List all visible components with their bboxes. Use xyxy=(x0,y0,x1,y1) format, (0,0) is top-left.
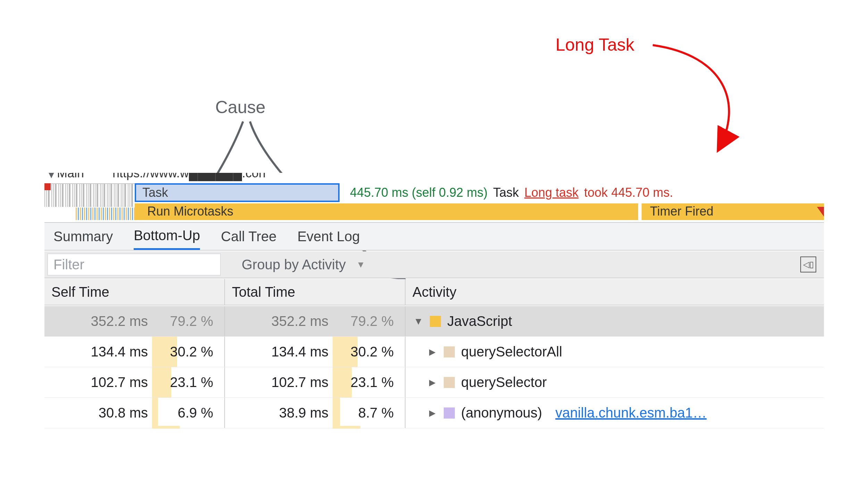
header-activity[interactable]: Activity xyxy=(406,279,824,305)
total-time-value: 38.9 ms xyxy=(225,405,333,421)
total-pct-value: 8.7 % xyxy=(358,405,394,421)
activity-color-icon xyxy=(444,407,455,419)
source-link[interactable]: vanilla.chunk.esm.ba1… xyxy=(555,405,707,421)
expand-down-icon[interactable]: ▼ xyxy=(413,316,424,327)
long-task-suffix: took 445.70 ms. xyxy=(584,185,673,200)
self-pct-value: 79.2 % xyxy=(170,313,213,329)
self-pct-value: 6.9 % xyxy=(178,405,213,421)
total-pct-bar xyxy=(333,398,340,428)
overflow-bar xyxy=(333,426,360,429)
column-headers: Self Time Total Time Activity xyxy=(44,279,824,305)
task-label-black: Task xyxy=(493,185,519,200)
filter-input[interactable]: Filter xyxy=(47,253,221,276)
total-pct-cell: 8.7 % xyxy=(333,398,399,428)
overflow-bar xyxy=(152,426,180,429)
activity-name: querySelectorAll xyxy=(461,344,562,360)
main-thread-label: Main xyxy=(57,173,84,180)
long-task-link[interactable]: Long task xyxy=(524,185,578,200)
table-row[interactable]: 134.4 ms30.2 %134.4 ms30.2 %▶querySelect… xyxy=(44,337,824,367)
main-expand-icon[interactable]: ▼ xyxy=(47,173,56,180)
self-time-value: 30.8 ms xyxy=(44,405,152,421)
expand-right-icon[interactable]: ▶ xyxy=(427,408,437,418)
self-pct-cell: 79.2 % xyxy=(152,306,218,336)
long-task-marker-right xyxy=(817,207,824,217)
timer-fired-label: Timer Fired xyxy=(650,204,768,219)
group-by-dropdown[interactable]: Group by Activity ▼ xyxy=(242,257,365,272)
total-pct-value: 30.2 % xyxy=(350,344,394,360)
flamechart-strip: ▼ Main https://www.w██████.con Task 445.… xyxy=(44,173,824,223)
total-pct-cell: 30.2 % xyxy=(333,337,399,367)
self-pct-cell: 23.1 % xyxy=(152,367,218,397)
header-total-time[interactable]: Total Time xyxy=(225,279,406,305)
self-time-value: 134.4 ms xyxy=(44,344,152,360)
annotation-cause: Cause xyxy=(215,97,266,117)
activity-name: (anonymous) xyxy=(461,405,542,421)
self-pct-bar xyxy=(152,367,171,397)
details-tabs: Summary Bottom-Up Call Tree Event Log xyxy=(44,222,824,251)
tab-summary[interactable]: Summary xyxy=(53,223,113,250)
tab-call-tree[interactable]: Call Tree xyxy=(221,223,276,250)
activity-color-icon xyxy=(444,377,455,388)
table-row[interactable]: 30.8 ms6.9 %38.9 ms8.7 %▶(anonymous)vani… xyxy=(44,398,824,428)
long-task-marker-left xyxy=(44,183,51,190)
expand-right-icon[interactable]: ▶ xyxy=(427,347,437,357)
total-time-value: 134.4 ms xyxy=(225,344,333,360)
tab-bottom-up[interactable]: Bottom-Up xyxy=(134,223,200,250)
total-pct-value: 23.1 % xyxy=(350,375,394,390)
chevron-down-icon: ▼ xyxy=(356,259,365,270)
expand-right-icon[interactable]: ▶ xyxy=(427,378,437,387)
microtasks-label: Run Microtasks xyxy=(147,204,279,219)
task-bar-label: Task xyxy=(142,185,168,200)
self-pct-bar xyxy=(152,398,158,428)
mini-frames-strip-2 xyxy=(76,208,135,220)
total-pct-cell: 23.1 % xyxy=(333,367,399,397)
total-pct-cell: 79.2 % xyxy=(333,306,399,336)
bottom-up-rows: 352.2 ms79.2 %352.2 ms79.2 %▼JavaScript1… xyxy=(44,306,824,428)
activity-name: JavaScript xyxy=(447,313,512,329)
self-pct-cell: 30.2 % xyxy=(152,337,218,367)
mini-frames-strip xyxy=(44,183,135,207)
header-self-time[interactable]: Self Time xyxy=(44,279,225,305)
self-pct-cell: 6.9 % xyxy=(152,398,218,428)
self-time-value: 352.2 ms xyxy=(44,313,152,329)
total-time-value: 352.2 ms xyxy=(225,313,333,329)
self-pct-value: 30.2 % xyxy=(170,344,213,360)
toggle-sidebar-icon[interactable]: ◁▯ xyxy=(800,256,816,272)
table-row[interactable]: 352.2 ms79.2 %352.2 ms79.2 %▼JavaScript xyxy=(44,306,824,337)
group-by-label: Group by Activity xyxy=(242,257,346,272)
annotation-long-task: Long Task xyxy=(556,35,634,55)
activity-color-icon xyxy=(444,346,455,357)
task-duration-green: 445.70 ms (self 0.92 ms) xyxy=(350,185,487,200)
table-row[interactable]: 102.7 ms23.1 %102.7 ms23.1 %▶querySelect… xyxy=(44,367,824,398)
total-pct-bar xyxy=(333,367,352,397)
total-time-value: 102.7 ms xyxy=(225,375,333,390)
total-pct-value: 79.2 % xyxy=(350,313,394,329)
self-pct-value: 23.1 % xyxy=(170,375,213,390)
activity-name: querySelector xyxy=(461,375,547,390)
activity-color-icon xyxy=(430,316,441,327)
task-bar-selected[interactable]: Task xyxy=(135,183,340,202)
main-thread-url: https://www.w██████.con xyxy=(112,173,266,180)
self-time-value: 102.7 ms xyxy=(44,375,152,390)
filter-toolbar: Filter Group by Activity ▼ ◁▯ xyxy=(44,251,824,278)
tab-event-log[interactable]: Event Log xyxy=(297,223,360,250)
